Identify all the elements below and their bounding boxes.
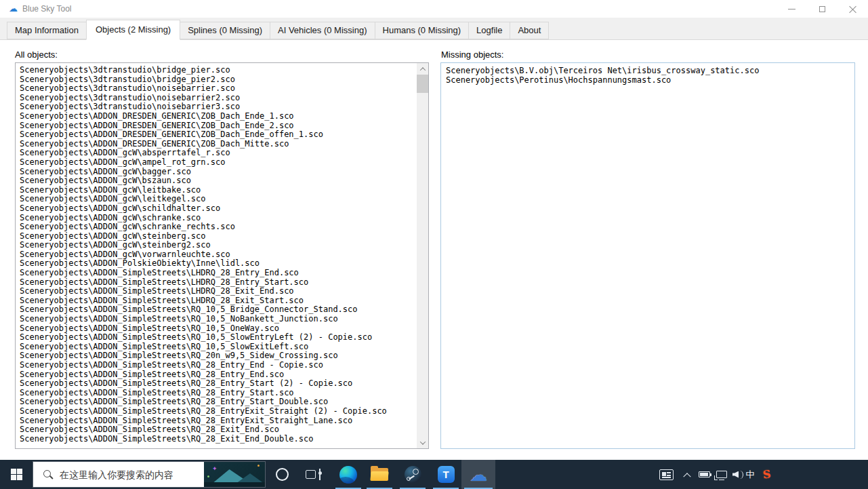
object-path-row[interactable]: Sceneryobjects\ADDON_gcW\schranke_rechts… xyxy=(20,222,417,232)
object-path-row[interactable]: Sceneryobjects\ADDON_DRESDEN_GENERIC\ZOB… xyxy=(20,112,417,121)
tab-ai-vehicles[interactable]: AI Vehicles (0 Missing) xyxy=(270,22,375,39)
object-path-row[interactable]: Sceneryobjects\3dtranstudio\noisebarrier… xyxy=(20,84,417,94)
object-path-row[interactable]: Sceneryobjects\3dtranstudio\bridge_pier2… xyxy=(20,75,417,85)
scrollbar-thumb[interactable] xyxy=(417,75,428,93)
tab-splines[interactable]: Splines (0 Missing) xyxy=(180,22,270,39)
object-path-row[interactable]: Sceneryobjects\ADDON_SimpleStreets\RQ_20… xyxy=(20,351,417,361)
object-path-row[interactable]: Sceneryobjects\ADDON_SimpleStreets\RQ_10… xyxy=(20,305,417,315)
taskbar: ✦ xyxy=(0,460,868,489)
restore-button[interactable] xyxy=(807,0,838,18)
object-path-row[interactable]: Sceneryobjects\ADDON_SimpleStreets\RQ_28… xyxy=(20,397,417,407)
object-path-row[interactable]: Sceneryobjects\3dtranstudio\noisebarrier… xyxy=(20,94,417,103)
taskbar-search[interactable]: ✦ xyxy=(33,461,266,488)
minimize-button[interactable] xyxy=(777,0,807,18)
windows-logo-icon xyxy=(11,469,22,480)
steam-icon xyxy=(405,466,421,483)
object-path-row[interactable]: Sceneryobjects\ADDON_gcW\leitbake.sco xyxy=(20,186,417,195)
object-path-row[interactable]: Sceneryobjects\ADDON_gcW\schranke.sco xyxy=(20,214,417,223)
search-icon xyxy=(42,469,54,481)
battery-icon xyxy=(699,471,710,477)
object-path-row[interactable]: Sceneryobjects\ADDON_DRESDEN_GENERIC\ZOB… xyxy=(20,121,417,131)
tab-about[interactable]: About xyxy=(510,22,549,39)
ime-label: 中 xyxy=(746,469,755,481)
task-view-icon xyxy=(306,470,316,479)
taskbar-blue-sky-tool-button[interactable]: ☁ xyxy=(461,460,495,489)
missing-objects-textbox[interactable]: Sceneryobjects\B.V.obj\Terceiros Net\iri… xyxy=(440,62,855,449)
object-path-row[interactable]: Sceneryobjects\ADDON_gcW\bszaun.sco xyxy=(20,176,417,186)
object-path-row[interactable]: Sceneryobjects\3dtranstudio\bridge_pier.… xyxy=(20,66,417,75)
object-path-row[interactable]: Sceneryobjects\ADDON_SimpleStreets\LHDRQ… xyxy=(20,269,417,278)
object-path-row[interactable]: Sceneryobjects\ADDON_gcW\vorwarnleuchte.… xyxy=(20,250,417,260)
object-path-row[interactable]: Sceneryobjects\ADDON_SimpleStreets\RQ_10… xyxy=(20,333,417,343)
object-path-row[interactable]: Sceneryobjects\ADDON_SimpleStreets\RQ_28… xyxy=(20,416,417,426)
missing-object-path-row: Sceneryobjects\Perotinus\Hochspannungsma… xyxy=(446,76,854,85)
edge-icon xyxy=(339,466,357,484)
tab-logfile[interactable]: Logfile xyxy=(468,22,510,39)
network-icon xyxy=(716,471,727,478)
sogou-icon: S xyxy=(762,467,771,481)
taskbar-steam-button[interactable] xyxy=(397,460,428,489)
chevron-up-icon xyxy=(419,67,425,73)
object-path-row[interactable]: Sceneryobjects\ADDON_gcW\bagger.sco xyxy=(20,168,417,177)
close-button[interactable] xyxy=(838,0,868,18)
object-path-row[interactable]: Sceneryobjects\ADDON_SimpleStreets\LHDRQ… xyxy=(20,278,417,288)
object-path-row[interactable]: Sceneryobjects\ADDON_gcW\leitkegel.sco xyxy=(20,195,417,204)
object-path-row[interactable]: Sceneryobjects\ADDON_gcW\schildhalter.sc… xyxy=(20,204,417,214)
tab-map-information[interactable]: Map Information xyxy=(7,22,87,39)
tab-objects[interactable]: Objects (2 Missing) xyxy=(86,20,180,40)
objects-tab-page: All objects: Sceneryobjects\3dtranstudio… xyxy=(0,39,868,459)
object-path-row[interactable]: Sceneryobjects\ADDON_PolskieObiekty\Inne… xyxy=(20,259,417,269)
sogou-input-button[interactable]: S xyxy=(758,460,777,489)
all-objects-listbox[interactable]: Sceneryobjects\3dtranstudio\bridge_pier.… xyxy=(15,62,429,449)
t-app-icon: T xyxy=(438,466,455,483)
search-highlight-image[interactable]: ✦ xyxy=(204,462,265,487)
object-path-row[interactable]: Sceneryobjects\ADDON_SimpleStreets\LHDRQ… xyxy=(20,296,417,306)
scroll-down-button[interactable] xyxy=(417,437,428,448)
all-objects-scrollbar[interactable] xyxy=(417,63,428,448)
object-path-row[interactable]: Sceneryobjects\ADDON_gcW\steinberg2.sco xyxy=(20,241,417,250)
cortana-button[interactable] xyxy=(268,460,295,489)
object-path-row[interactable]: Sceneryobjects\ADDON_SimpleStreets\RQ_28… xyxy=(20,361,417,370)
object-path-row[interactable]: Sceneryobjects\ADDON_SimpleStreets\RQ_28… xyxy=(20,370,417,380)
file-explorer-icon xyxy=(371,468,388,481)
all-objects-label: All objects: xyxy=(15,50,58,60)
window-titlebar: ☁ Blue Sky Tool xyxy=(0,0,868,18)
chevron-up-icon xyxy=(683,473,690,480)
tab-strip: Map Information Objects (2 Missing) Spli… xyxy=(0,18,868,39)
object-path-row[interactable]: Sceneryobjects\ADDON_DRESDEN_GENERIC\ZOB… xyxy=(20,130,417,140)
object-path-row[interactable]: Sceneryobjects\3dtranstudio\noisebarrier… xyxy=(20,102,417,112)
taskbar-edge-button[interactable] xyxy=(333,460,364,489)
tab-humans[interactable]: Humans (0 Missing) xyxy=(375,22,470,39)
object-path-row[interactable]: Sceneryobjects\ADDON_SimpleStreets\RQ_10… xyxy=(20,315,417,324)
object-path-row[interactable]: Sceneryobjects\ADDON_SimpleStreets\RQ_28… xyxy=(20,407,417,416)
all-objects-list: Sceneryobjects\3dtranstudio\bridge_pier.… xyxy=(16,63,417,448)
missing-object-path-row: Sceneryobjects\B.V.obj\Terceiros Net\iri… xyxy=(446,66,854,76)
window-title: Blue Sky Tool xyxy=(22,0,72,18)
restore-icon xyxy=(819,6,825,12)
taskbar-explorer-button[interactable] xyxy=(364,460,395,489)
task-view-button[interactable] xyxy=(298,460,328,489)
task-view-icon xyxy=(319,469,321,480)
object-path-row[interactable]: Sceneryobjects\ADDON_SimpleStreets\RQ_28… xyxy=(20,389,417,398)
object-path-row[interactable]: Sceneryobjects\ADDON_SimpleStreets\RQ_10… xyxy=(20,324,417,334)
news-widget-button[interactable] xyxy=(653,460,680,489)
object-path-row[interactable]: Sceneryobjects\ADDON_gcW\steinberg.sco xyxy=(20,232,417,241)
treeline-shape xyxy=(204,482,265,487)
object-path-row[interactable]: Sceneryobjects\ADDON_DRESDEN_GENERIC\ZOB… xyxy=(20,140,417,149)
object-path-row[interactable]: Sceneryobjects\ADDON_SimpleStreets\LHDRQ… xyxy=(20,287,417,296)
window-controls xyxy=(777,0,868,18)
blue-sky-tool-icon: ☁ xyxy=(470,466,487,484)
search-input[interactable] xyxy=(54,462,204,487)
object-path-row[interactable]: Sceneryobjects\ADDON_SimpleStreets\RQ_10… xyxy=(20,343,417,352)
object-path-row[interactable]: Sceneryobjects\ADDON_gcW\ampel_rot_grn.s… xyxy=(20,158,417,168)
start-button[interactable] xyxy=(0,460,33,489)
missing-objects-label: Missing objects: xyxy=(441,50,503,60)
scroll-up-button[interactable] xyxy=(417,63,428,75)
object-path-row[interactable]: Sceneryobjects\ADDON_SimpleStreets\RQ_28… xyxy=(20,379,417,389)
object-path-row[interactable]: Sceneryobjects\ADDON_SimpleStreets\RQ_28… xyxy=(20,425,417,435)
object-path-row[interactable]: Sceneryobjects\ADDON_SimpleStreets\RQ_28… xyxy=(20,435,417,444)
object-path-row[interactable]: Sceneryobjects\ADDON_gcW\absperrtafel_r.… xyxy=(20,149,417,158)
cortana-icon xyxy=(276,468,289,481)
taskbar-t-app-button[interactable]: T xyxy=(430,460,461,489)
ime-indicator[interactable]: 中 xyxy=(741,460,759,489)
